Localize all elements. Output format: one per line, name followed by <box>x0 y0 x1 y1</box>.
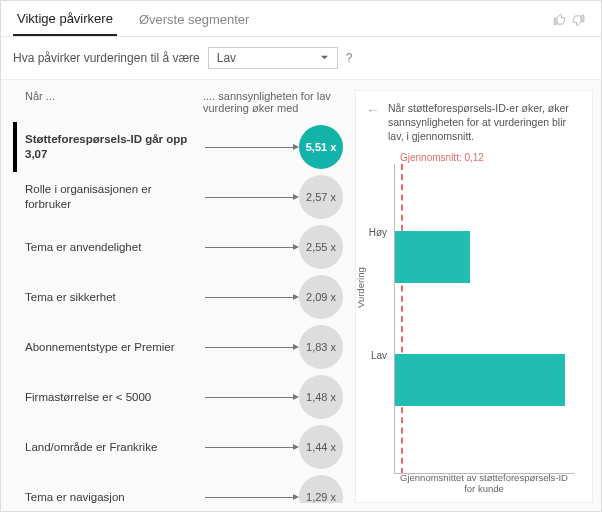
factor-row[interactable]: Rolle i organisasjonen er forbruker 2,57… <box>9 172 349 222</box>
selection-indicator <box>13 272 17 322</box>
factor-value-bubble: 2,55 x <box>299 225 343 269</box>
help-icon[interactable]: ? <box>346 51 353 65</box>
question-prefix: Hva påvirker vurderingen til å være <box>13 51 200 65</box>
selection-indicator <box>13 422 17 472</box>
selection-indicator <box>13 172 17 222</box>
factor-value-bubble: 5,51 x <box>299 125 343 169</box>
question-row: Hva påvirker vurderingen til å være Lav … <box>1 37 601 80</box>
influencers-panel: Når ... .... sannsynligheten for lav vur… <box>9 90 349 503</box>
tab-top-segments[interactable]: Øverste segmenter <box>135 8 254 35</box>
factor-row[interactable]: Firmastørrelse er < 5000 1,48 x <box>9 372 349 422</box>
bar[interactable] <box>395 354 565 406</box>
factor-label: Firmastørrelse er < 5000 <box>25 390 205 405</box>
factor-arrow <box>205 497 295 498</box>
detail-panel: ← Når støtteforespørsels-ID-er øker, øke… <box>355 90 593 503</box>
column-headers: Når ... .... sannsynligheten for lav vur… <box>9 90 349 122</box>
target-value-select[interactable]: Lav <box>208 47 338 69</box>
factor-row[interactable]: Tema er anvendelighet 2,55 x <box>9 222 349 272</box>
header-when: Når ... <box>15 90 203 114</box>
factor-label: Tema er navigasjon <box>25 490 205 503</box>
thumbs-up-icon[interactable] <box>553 13 567 31</box>
factor-row[interactable]: Støtteforespørsels-ID går opp 3,07 5,51 … <box>9 122 349 172</box>
thumbs-down-icon[interactable] <box>571 13 585 31</box>
factor-arrow <box>205 197 295 198</box>
avg-line-label: Gjennomsnitt: 0,12 <box>400 152 484 163</box>
key-influencers-visual: Viktige påvirkere Øverste segmenter Hva … <box>0 0 602 512</box>
content-area: Når ... .... sannsynligheten for lav vur… <box>1 80 601 511</box>
tab-bar: Viktige påvirkere Øverste segmenter <box>1 1 601 37</box>
factor-arrow <box>205 397 295 398</box>
bars-container: Høy Lav <box>395 164 574 474</box>
factor-row[interactable]: Land/område er Frankrike 1,44 x <box>9 422 349 472</box>
category-label: Høy <box>369 227 387 238</box>
tab-key-influencers[interactable]: Viktige påvirkere <box>13 7 117 36</box>
category-label: Lav <box>371 350 387 361</box>
selection-indicator <box>13 472 17 503</box>
chevron-down-icon <box>320 51 329 65</box>
factor-arrow <box>205 247 295 248</box>
factor-label: Land/område er Frankrike <box>25 440 205 455</box>
factor-arrow <box>205 297 295 298</box>
selection-indicator <box>13 222 17 272</box>
factor-row[interactable]: Abonnementstype er Premier 1,83 x <box>9 322 349 372</box>
factor-value-bubble: 1,44 x <box>299 425 343 469</box>
x-axis-title: Gjennomsnittet av støtteforespørsels-ID … <box>394 472 574 494</box>
bar-row-wrap: Lav <box>395 350 574 410</box>
bar[interactable] <box>395 231 470 283</box>
y-axis-title: Vurdering <box>355 267 366 308</box>
factor-label: Rolle i organisasjonen er forbruker <box>25 182 205 212</box>
bar-row <box>395 227 574 287</box>
factor-arrow <box>205 447 295 448</box>
select-value: Lav <box>217 51 236 65</box>
factor-arrow <box>205 147 295 148</box>
detail-description: Når støtteforespørsels-ID-er øker, øker … <box>388 101 582 144</box>
factor-value-bubble: 2,57 x <box>299 175 343 219</box>
back-arrow-icon[interactable]: ← <box>366 101 380 144</box>
factor-label: Støtteforespørsels-ID går opp 3,07 <box>25 132 205 162</box>
factor-value-bubble: 1,29 x <box>299 475 343 503</box>
factor-value-bubble: 1,48 x <box>299 375 343 419</box>
factor-arrow <box>205 347 295 348</box>
factor-value-bubble: 2,09 x <box>299 275 343 319</box>
header-likelihood: .... sannsynligheten for lav vurdering ø… <box>203 90 343 114</box>
factor-label: Tema er anvendelighet <box>25 240 205 255</box>
feedback-controls <box>553 13 589 31</box>
selection-indicator <box>13 122 17 172</box>
selection-indicator <box>13 372 17 422</box>
bar-row <box>395 350 574 410</box>
bar-chart: Gjennomsnitt: 0,12 Vurdering Gjennomsnit… <box>366 150 582 496</box>
detail-header: ← Når støtteforespørsels-ID-er øker, øke… <box>366 101 582 150</box>
factor-value-bubble: 1,83 x <box>299 325 343 369</box>
factor-label: Abonnementstype er Premier <box>25 340 205 355</box>
bar-row-wrap: Høy <box>395 227 574 287</box>
factors-list: Støtteforespørsels-ID går opp 3,07 5,51 … <box>9 122 349 503</box>
factor-row[interactable]: Tema er navigasjon 1,29 x <box>9 472 349 503</box>
selection-indicator <box>13 322 17 372</box>
factor-row[interactable]: Tema er sikkerhet 2,09 x <box>9 272 349 322</box>
factor-label: Tema er sikkerhet <box>25 290 205 305</box>
